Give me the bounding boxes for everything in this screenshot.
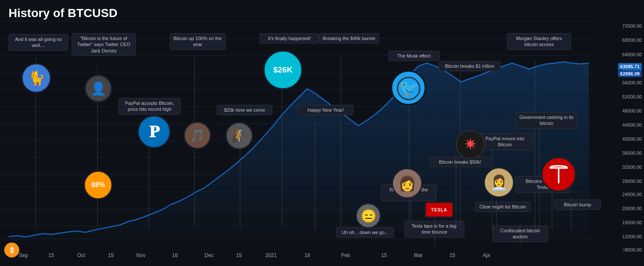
ann-line-18 [535,61,535,229]
circle-icon-blonde-symbol: 👩‍💼 [490,174,508,191]
circle-icon-88pct-label: 88% [91,181,105,189]
circle-icon-star: ✴ [456,130,485,159]
circle-icon-woman-symbol: 👩 [398,175,416,192]
annotation-ann5: $20k here we come [217,105,272,115]
chart-container: History of BTCUSD 72000.00 68000.0 [0,0,644,266]
circle-icon-music: 🎵 [184,121,211,149]
circle-icon-star-symbol: ✴ [463,135,477,154]
tesla-t-svg [548,164,569,185]
circle-icon-tesla-logo [541,157,576,192]
x-label-15b: 15 [108,252,114,258]
y-label-44000: 44000.00 [622,122,642,127]
circle-icon-paypal-symbol: 𝐏 [149,122,159,142]
circle-icon-26k-label: $26K [273,65,292,75]
ann-line-7 [341,58,341,226]
annotation-ann13: Bitcoin breaks $1 trillion [439,61,501,71]
x-label-15e: 15 [449,252,455,258]
circle-icon-paypal: 𝐏 [137,115,171,148]
y-label-24000: 24000.00 [622,192,642,197]
annotation-ann18: Morgan Stanley offers bitcoin access [507,33,571,50]
ann-line-8 [315,121,315,230]
annotation-ann8: Happy New Year! [298,105,353,115]
ann-line-12 [434,219,435,246]
circle-icon-cat: 🐈 [21,63,51,93]
circle-icon-emoji: 😑 [356,203,381,228]
x-label-15d: 15 [381,252,387,258]
annotation-ann7: Breaking the $40k barrier [319,33,379,43]
annotation-ann21: Bitcoin bump [554,200,601,210]
x-label-16: 16 [172,252,178,258]
circle-icon-twitter-symbol: 🐦 [399,78,419,97]
x-label-2021: 2021 [265,252,277,258]
annotation-ann4: PayPal accepts Bitcoin, price hits recor… [119,98,181,115]
x-label-dec: Dec [204,252,213,258]
x-label-mar: Mar [414,252,423,258]
y-label-52000: 52000.00 [622,94,642,99]
annotation-ann2: "Bitcoin is the future of Twitter" says … [72,33,136,56]
circle-icon-climber-symbol: 🧗 [232,129,247,143]
y-label-40000: 40000.00 [622,136,642,142]
annotation-ann9: Uh oh... down we go... [336,227,394,237]
y-label-72000: 72000.00 [622,23,642,29]
nav-arrow-right[interactable]: » [622,244,627,254]
price-label-low: 62986.09 [618,70,642,77]
circle-icon-emoji-symbol: 😑 [361,208,376,223]
x-label-18: 18 [304,252,310,258]
ann-line-16 [496,200,497,229]
circle-icon-26k: $26K [263,50,303,90]
y-label-16000: 16000.00 [622,220,642,225]
y-label-56000: 56000.00 [622,80,642,85]
annotation-ann19: Government cashing in its bitcoin [516,112,577,129]
circle-icon-cat-symbol: 🐈 [28,70,45,86]
circle-icon-music-symbol: 🎵 [190,128,205,142]
x-label-apr: Apr [483,252,491,258]
y-label-32000: 32000.00 [622,165,642,170]
y-label-8000: 8000.00 [625,247,642,252]
ann-line-21 [571,197,571,229]
circle-icon-tesla-text: TESLA [425,202,454,218]
annotation-ann17: Confiscated bitcoin auction [492,226,548,242]
circle-icon-woman: 👩 [392,168,423,199]
x-label-oct: Oct [77,252,85,258]
circle-icon-twitter: 🐦 [391,70,426,105]
ann-line-14 [456,155,456,229]
annotation-ann16: Cboe might list Bitcoin [475,202,530,212]
circle-icon-dorsey-symbol: 👤 [90,81,106,96]
x-label-feb: Feb [341,252,350,258]
annotation-ann1: And it was all going so well.... [9,34,68,51]
y-label-20000: 20000.00 [622,206,642,211]
x-label-15a: 15 [48,252,54,258]
circle-icon-tesla-label: TESLA [431,208,447,212]
ann-line-17 [520,223,520,244]
circle-icon-blonde-woman: 👩‍💼 [484,167,514,198]
circle-icon-climber: 🧗 [225,122,253,150]
circle-icon-dorsey: 👤 [85,75,112,102]
annotation-ann6: It's finally happened! [259,33,319,43]
y-label-12000: 12000.00 [622,234,642,239]
y-label-48000: 48000.00 [622,108,642,113]
y-label-64000: 64000.00 [622,52,642,57]
x-label-nov: Nov [136,252,145,258]
price-label-high: 63085.71 [618,63,642,70]
annotation-ann15: PayPal moves into Bitcoin [477,133,533,150]
annotation-ann10: The Musk effect [388,51,440,61]
y-label-28000: 28000.00 [622,179,642,184]
btc-symbol: ₿ [10,246,14,254]
x-label-15c: 15 [236,252,242,258]
btc-logo: ₿ [4,243,19,257]
circle-icon-88pct: 88% [84,171,113,200]
y-label-36000: 36000.00 [622,150,642,156]
annotation-ann3: Bitcoin up 100% on the year [170,33,225,50]
annotation-ann14: Bitcoin breaks $50k! [430,157,490,167]
y-label-68000: 68000.00 [622,38,642,43]
x-label-sep: Sep [19,252,28,258]
